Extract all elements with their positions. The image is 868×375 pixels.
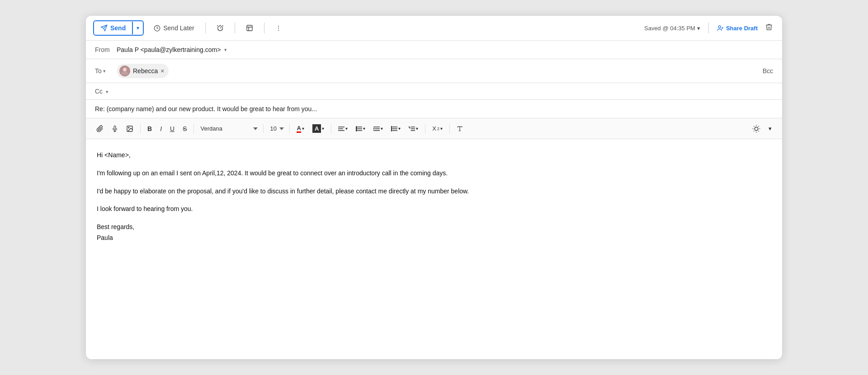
recipient-name: Rebecca [133, 67, 158, 75]
italic-button[interactable]: I [157, 123, 165, 135]
bcc-button[interactable]: Bcc [763, 67, 773, 75]
quote-chevron: ▾ [398, 126, 401, 131]
svg-point-17 [356, 128, 357, 129]
cc-chevron[interactable]: ▾ [106, 89, 108, 94]
list-button[interactable]: ▾ [353, 124, 368, 134]
font-family-select[interactable]: Verdana Arial Times New Roman Georgia Co… [198, 123, 259, 134]
cc-label-text: Cc [95, 88, 103, 95]
send-later-label: Send Later [163, 24, 194, 32]
super-chevron: ▾ [440, 126, 443, 131]
strikethrough-button[interactable]: S [179, 123, 190, 135]
svg-line-40 [754, 131, 754, 131]
from-row: From Paula P <paula@zylkertraining.com> … [86, 41, 782, 59]
font-color-chevron: ▾ [302, 126, 304, 131]
closing-label: Best regards, [97, 223, 134, 230]
to-label: To ▾ [95, 67, 115, 75]
share-draft-button[interactable]: Share Draft [717, 25, 758, 32]
svg-point-9 [123, 68, 127, 71]
delete-button[interactable] [763, 21, 775, 35]
indent-button[interactable]: ▾ [370, 124, 386, 134]
toolbar-sep-4 [708, 23, 709, 33]
toolbar-right: Saved @ 04:35 PM ▾ Share Draft [644, 21, 775, 35]
list-chevron: ▾ [363, 126, 365, 131]
fmt-sep-3 [263, 124, 264, 133]
font-color-label: A [297, 125, 301, 133]
from-chevron[interactable]: ▾ [224, 47, 227, 53]
top-toolbar: Send ▾ Send Later ⋮ [86, 16, 782, 41]
greeting-text: Hi <Name>, [97, 150, 771, 161]
to-chevron[interactable]: ▾ [103, 68, 106, 74]
to-row: To ▾ Rebecca × Bcc [86, 59, 782, 83]
send-later-button[interactable]: Send Later [149, 22, 199, 34]
format-expand-button[interactable]: ▾ [765, 123, 775, 134]
highlight-chevron: ▾ [322, 126, 324, 131]
svg-line-41 [759, 126, 759, 127]
trash-icon [765, 23, 773, 31]
send-label: Send [110, 24, 126, 32]
email-body[interactable]: Hi <Name>, I'm following up on an email … [86, 139, 782, 359]
more-options-button[interactable]: ⋮ [271, 22, 286, 34]
fmt-sep-4 [289, 124, 290, 133]
avatar-icon [119, 66, 130, 76]
svg-point-5 [718, 25, 721, 28]
align-button[interactable]: ▾ [335, 124, 351, 134]
send-icon [100, 24, 108, 32]
attach-button[interactable] [93, 123, 107, 135]
cc-row: Cc ▾ [86, 83, 782, 100]
svg-rect-4 [247, 25, 252, 31]
cc-label: Cc ▾ [95, 88, 108, 95]
more-options-label: ⋮ [275, 24, 282, 32]
more-format-button[interactable] [453, 123, 466, 134]
svg-point-33 [755, 127, 758, 131]
accessibility-button[interactable] [749, 122, 764, 135]
share-icon [717, 25, 724, 32]
highlight-label: A [312, 124, 321, 133]
toolbar-sep-3 [264, 23, 264, 33]
indent-icon [373, 126, 380, 131]
svg-point-19 [356, 130, 357, 131]
template-icon [246, 24, 253, 32]
recipient-chip: Rebecca × [117, 64, 169, 78]
more-format-icon [457, 126, 463, 132]
fmt-sep-7 [449, 124, 450, 133]
superscript-button[interactable]: X2 ▾ [429, 123, 446, 134]
svg-line-36 [754, 126, 754, 127]
saved-label-text: Saved @ 04:35 PM [644, 25, 695, 32]
image-button[interactable] [123, 123, 137, 135]
template-button[interactable] [241, 22, 258, 34]
font-color-button[interactable]: A ▾ [293, 122, 307, 135]
underline-button[interactable]: U [167, 123, 178, 135]
avatar [119, 66, 130, 76]
highlight-button[interactable]: A ▾ [309, 122, 327, 135]
subject-row: Re: (company name) and our new product. … [86, 100, 782, 118]
svg-line-37 [759, 131, 759, 131]
font-size-select[interactable]: 8 9 10 11 12 14 [267, 123, 286, 134]
send-button[interactable]: Send [94, 21, 132, 35]
line-spacing-button[interactable]: ▾ [406, 123, 421, 134]
mic-icon [112, 125, 118, 132]
closing-text: Best regards, Paula [97, 222, 771, 244]
image-icon [126, 125, 133, 132]
bold-button[interactable]: B [144, 123, 155, 135]
from-label: From [95, 46, 113, 53]
fmt-sep-2 [193, 124, 194, 133]
signature-text: Paula [97, 234, 113, 241]
to-label-text: To [95, 67, 102, 75]
alarm-button[interactable] [212, 22, 228, 34]
sun-icon [752, 125, 760, 133]
remove-recipient-button[interactable]: × [160, 68, 164, 74]
svg-point-15 [356, 126, 357, 127]
fmt-sep-5 [331, 124, 331, 133]
clock-icon [154, 25, 160, 32]
mic-button[interactable] [108, 123, 121, 135]
quote-button[interactable]: ▾ [388, 124, 404, 134]
svg-rect-27 [391, 126, 392, 131]
para2-text: I'd be happy to elaborate on the proposa… [97, 186, 771, 197]
share-draft-label: Share Draft [726, 25, 758, 32]
saved-status: Saved @ 04:35 PM ▾ [644, 25, 700, 32]
compose-window: Send ▾ Send Later ⋮ [86, 16, 782, 359]
from-value: Paula P <paula@zylkertraining.com> [117, 46, 221, 53]
svg-point-11 [128, 127, 129, 128]
saved-chevron[interactable]: ▾ [697, 25, 700, 32]
send-dropdown-button[interactable]: ▾ [132, 22, 143, 34]
